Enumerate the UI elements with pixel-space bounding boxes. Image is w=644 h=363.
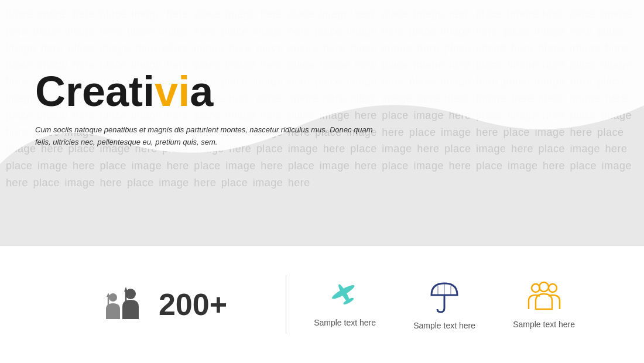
stat-items: Sample text here Sample text here	[310, 279, 579, 330]
logo-title: Creativia	[35, 70, 375, 112]
logo-yellow-v: vi	[155, 68, 190, 115]
plane-icon	[327, 279, 362, 311]
hero-description: Cum sociis natoque penatibus et magnis d…	[35, 124, 375, 149]
stats-section: 200+ Sample text here	[0, 246, 644, 363]
stat-main: 200+	[65, 281, 262, 328]
logo-black-a: a	[190, 68, 213, 115]
stat-item-umbrella-label: Sample text here	[413, 321, 475, 330]
svg-point-14	[549, 284, 557, 292]
stat-item-plane: Sample text here	[310, 279, 380, 330]
umbrella-icon	[427, 279, 462, 314]
people-growth-icon	[100, 281, 147, 328]
logo-black-part: Creati	[35, 68, 155, 115]
users-icon	[525, 279, 563, 313]
stat-item-users-label: Sample text here	[513, 320, 575, 329]
svg-marker-2	[107, 293, 110, 297]
hero-content: Creativia Cum sociis natoque penatibus e…	[35, 70, 375, 149]
stat-item-users: Sample text here	[509, 279, 579, 330]
svg-marker-5	[124, 287, 128, 292]
stats-divider	[286, 275, 286, 334]
stat-item-plane-label: Sample text here	[314, 318, 376, 327]
svg-point-15	[539, 282, 549, 292]
svg-point-0	[109, 293, 117, 302]
stat-number: 200+	[159, 289, 227, 320]
stat-item-umbrella: Sample text here	[409, 279, 479, 330]
svg-point-13	[532, 284, 540, 292]
